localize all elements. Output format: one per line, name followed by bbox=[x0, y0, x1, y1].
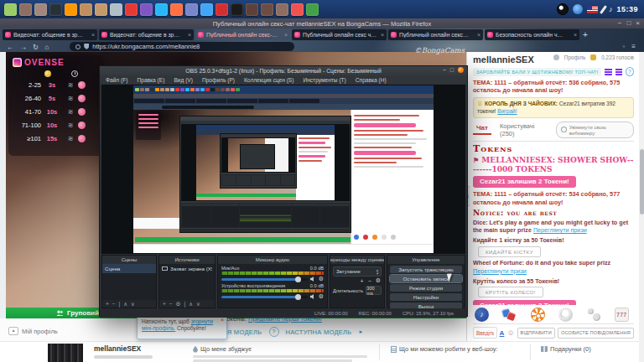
duration-spinbox[interactable]: 300 ms bbox=[366, 286, 382, 295]
close-icon[interactable]: × bbox=[636, 19, 640, 27]
app-launcher-icon[interactable] bbox=[34, 3, 47, 16]
chat-messages[interactable]: Tokens ⚑ MELLANNIESEX: SHOWER SHOW------… bbox=[473, 142, 634, 305]
app-launcher-icon[interactable] bbox=[110, 3, 122, 16]
sources-toolbar-icon[interactable]: | bbox=[184, 301, 185, 307]
transition-select[interactable]: Затухание ▴▾ bbox=[333, 266, 382, 277]
app-launcher-icon[interactable] bbox=[65, 3, 77, 16]
maximize-icon[interactable]: □ bbox=[626, 19, 631, 27]
slots-game-icon[interactable]: 777 bbox=[615, 308, 629, 322]
browser-tab[interactable]: Публичный онлайн секс-… bbox=[195, 29, 290, 40]
obs-tray-icon[interactable] bbox=[557, 3, 569, 15]
tab-close-icon[interactable] bbox=[91, 32, 95, 38]
account-icon[interactable]: ◦ bbox=[622, 43, 625, 50]
app-launcher-icon[interactable] bbox=[231, 3, 243, 16]
tab-chat[interactable]: Чат bbox=[473, 124, 491, 135]
remove-transition-icon[interactable]: − bbox=[368, 278, 371, 284]
tip-notification-button[interactable]: Cezar21 залишив 2 Токени! bbox=[473, 176, 576, 188]
moon-game-icon[interactable] bbox=[558, 308, 573, 322]
tab-close-icon[interactable] bbox=[477, 32, 480, 38]
scene-list-item[interactable]: Сцена bbox=[102, 264, 156, 273]
send-button[interactable]: ВІДПРАВИТИ bbox=[517, 328, 555, 339]
banner-text[interactable]: ЗАРОБЛЯЙТЕ БАЛИ У ЩОТИЖНЕВОМУ ТОП-ЧАТІ bbox=[473, 68, 601, 76]
sources-toolbar-icon[interactable]: ⚙ bbox=[176, 301, 181, 308]
app-launcher-icon[interactable] bbox=[80, 3, 92, 16]
browser-tab[interactable]: Публичный онлайн секс… bbox=[388, 29, 483, 40]
settings-button[interactable]: Настройки bbox=[390, 293, 462, 302]
pencil-tray-icon[interactable] bbox=[600, 5, 607, 14]
scenes-toolbar-icon[interactable]: ∧ bbox=[123, 301, 127, 308]
emoji-icon[interactable] bbox=[506, 328, 514, 337]
scenes-header[interactable]: Сцены bbox=[102, 256, 156, 264]
text-format-icon[interactable]: A bbox=[500, 329, 505, 337]
transition-gear-icon[interactable] bbox=[376, 278, 381, 284]
wheel-prizes-link[interactable]: Переглянути призи bbox=[473, 267, 527, 275]
app-launcher-icon[interactable] bbox=[291, 3, 304, 16]
close-icon[interactable] bbox=[458, 67, 464, 73]
scenes-toolbar-icon[interactable]: ∨ bbox=[131, 301, 135, 308]
minimize-icon[interactable]: − bbox=[443, 67, 446, 73]
url-bar[interactable]: https://ukr.bongacams.com/mellannie8 bbox=[70, 42, 294, 51]
home-icon[interactable]: ⌂ bbox=[44, 43, 49, 51]
enable-webcam-button[interactable]: Увімкнути свою вебкамеру bbox=[556, 122, 634, 138]
volume-slider[interactable] bbox=[221, 278, 308, 281]
scenes-toolbar-icon[interactable]: | bbox=[119, 301, 121, 307]
obs-menu-item[interactable]: Файл (F) bbox=[106, 77, 127, 83]
tab-close-icon[interactable] bbox=[188, 32, 191, 38]
mini-profile-toggle[interactable]: Мій профіль bbox=[8, 327, 58, 335]
sources-toolbar-icon[interactable]: ∨ bbox=[196, 301, 200, 308]
select-spinner-icon[interactable]: ▴▾ bbox=[376, 268, 378, 275]
profile-meta[interactable]: Профіль bbox=[564, 54, 585, 60]
forward-icon[interactable]: → bbox=[20, 43, 28, 51]
sources-toolbar-icon[interactable]: + bbox=[163, 301, 166, 307]
private-message-button[interactable]: ОСОБИСТЕ ПОВІДОМЛЕННЯ bbox=[558, 328, 634, 339]
mixer-header[interactable]: Микшер аудио bbox=[218, 256, 327, 264]
controls-header[interactable]: Управление bbox=[387, 256, 465, 264]
next-model-button[interactable]: НАСТУПНА МОДЕЛЬ bbox=[286, 328, 352, 336]
app-launcher-icon[interactable] bbox=[306, 3, 319, 16]
browser-tab[interactable]: Видеочат: общение в зр… bbox=[3, 29, 97, 40]
clock[interactable]: 15:39 bbox=[616, 5, 638, 13]
new-tab-button[interactable] bbox=[580, 30, 590, 40]
model-avatar[interactable] bbox=[48, 344, 83, 362]
maximize-icon[interactable]: □ bbox=[450, 67, 454, 73]
chat-message-input[interactable] bbox=[473, 327, 497, 339]
scenes-toolbar-icon[interactable]: + bbox=[106, 301, 109, 307]
obs-menu-item[interactable]: Коллекция сцен (S) bbox=[244, 77, 293, 83]
app-launcher-icon[interactable] bbox=[125, 3, 138, 16]
obs-preview[interactable] bbox=[101, 85, 465, 254]
site-info-icon[interactable] bbox=[75, 44, 80, 49]
app-launcher-icon[interactable] bbox=[155, 3, 168, 16]
obs-menu-item[interactable]: Правка (E) bbox=[137, 77, 164, 83]
channel-gear-icon[interactable] bbox=[319, 277, 324, 282]
help-icon[interactable] bbox=[626, 67, 634, 76]
app-launcher-icon[interactable] bbox=[140, 3, 153, 16]
browser-tab[interactable]: Публичный онлайн секс ч… bbox=[292, 29, 387, 40]
reload-icon[interactable]: ↻ bbox=[33, 43, 39, 51]
music-note-tray-icon[interactable]: ♪ bbox=[609, 6, 613, 13]
minimize-icon[interactable]: − bbox=[618, 19, 622, 27]
keyboard-layout-flag-icon[interactable] bbox=[587, 6, 598, 13]
music-game-icon[interactable] bbox=[475, 308, 489, 322]
transitions-header[interactable]: Переходы между сценами bbox=[330, 256, 384, 264]
wheel-game-icon[interactable] bbox=[531, 308, 545, 322]
king-link[interactable]: Виграй! bbox=[497, 108, 517, 114]
obs-menu-item[interactable]: Вид (V) bbox=[174, 77, 193, 83]
channel-gear-icon[interactable] bbox=[319, 294, 324, 299]
tooltip-close-icon[interactable] bbox=[221, 317, 224, 324]
volume-slider[interactable] bbox=[221, 296, 308, 298]
page-scrollbar[interactable] bbox=[639, 52, 644, 362]
firefox-titlebar[interactable]: Публичный онлайн секс-чат mellannieSEX н… bbox=[0, 18, 644, 28]
back-icon[interactable]: ← bbox=[7, 43, 14, 51]
dice-prizes-link[interactable]: Переглянути призи bbox=[533, 226, 587, 234]
app-launcher-icon[interactable] bbox=[185, 3, 198, 16]
tab-close-icon[interactable] bbox=[381, 32, 384, 38]
app-launcher-icon[interactable] bbox=[49, 3, 62, 16]
votes-meta[interactable]: 0,223 голосів bbox=[601, 54, 634, 60]
browser-tab[interactable]: Безопасность онлайн ч… bbox=[485, 29, 579, 40]
tracking-shield-icon[interactable] bbox=[84, 44, 89, 49]
sources-toolbar-icon[interactable]: ∧ bbox=[189, 301, 193, 308]
dice-game-icon[interactable] bbox=[502, 308, 517, 322]
speaker-icon[interactable] bbox=[310, 294, 316, 299]
source-list-item[interactable]: Захват экрана (XSHM) bbox=[159, 264, 215, 273]
obs-titlebar[interactable]: OBS 25.0.3+dfsg1-2 (linux) - Профиль: Бе… bbox=[100, 66, 467, 75]
